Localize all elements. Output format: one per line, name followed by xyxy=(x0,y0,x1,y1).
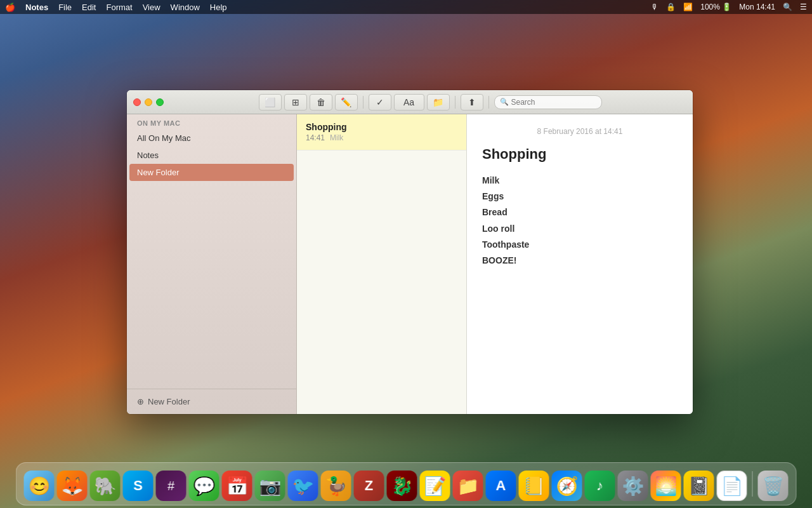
close-button[interactable] xyxy=(133,98,141,106)
dock-icon-twitterrific[interactable]: 🐦 xyxy=(288,471,318,501)
edit-menu[interactable]: Edit xyxy=(82,3,96,12)
dock-icon-adium[interactable]: 🦆 xyxy=(321,471,351,501)
folder-icon: 📁 xyxy=(433,97,443,107)
app-name[interactable]: Notes xyxy=(25,3,48,12)
sidebar-toggle-icon: ⬜ xyxy=(265,97,275,107)
search-box[interactable]: 🔍 xyxy=(494,95,602,109)
search-input[interactable] xyxy=(511,98,596,107)
note-date: 8 February 2016 at 14:41 xyxy=(482,127,678,136)
textedit-icon: 📄 xyxy=(721,476,743,497)
dock-icon-stickies[interactable]: 📝 xyxy=(420,471,450,501)
dock-icon-finder[interactable]: 😊 xyxy=(24,471,55,501)
evernote-icon: 🐘 xyxy=(94,476,116,497)
help-menu[interactable]: Help xyxy=(210,3,227,12)
note-item-title: Shopping xyxy=(306,122,457,132)
note-content: Milk Eggs Bread Loo roll Toothpaste BOOZ… xyxy=(482,173,678,269)
dock-icon-notes2[interactable]: 📓 xyxy=(684,471,714,501)
toolbar-separator-3 xyxy=(488,96,489,109)
menubar-search-icon[interactable]: 🔍 xyxy=(783,3,792,11)
dragon-icon: 🐉 xyxy=(391,476,413,497)
view-menu[interactable]: View xyxy=(143,3,160,12)
photos-icon: 🌅 xyxy=(655,476,677,497)
note-line-6: BOOZE! xyxy=(482,253,678,269)
note-item-time: 14:41 xyxy=(306,133,325,142)
note-line-4: Loo roll xyxy=(482,221,678,237)
sidebar-item-new-folder[interactable]: New Folder xyxy=(129,164,294,181)
spotify-icon: ♪ xyxy=(596,478,603,494)
sidebar: On My Mac All On My Mac Notes New Folder… xyxy=(127,114,297,414)
adium-icon: 🦆 xyxy=(325,476,347,497)
note-editor[interactable]: 8 February 2016 at 14:41 Shopping Milk E… xyxy=(467,114,693,414)
dock-icon-filezilla2[interactable]: 📁 xyxy=(453,471,483,501)
note-line-5: Toothpaste xyxy=(482,237,678,253)
fantastical-icon: 📅 xyxy=(226,476,248,497)
dock-icon-trash[interactable]: 🗑️ xyxy=(758,471,789,501)
dock-icon-notes[interactable]: 📒 xyxy=(519,471,549,501)
dock-icon-dragon[interactable]: 🐉 xyxy=(387,471,417,501)
dock-separator xyxy=(752,471,753,497)
sidebar-item-all-on-my-mac[interactable]: All On My Mac xyxy=(127,130,296,147)
toggle-sidebar-button[interactable]: ⬜ xyxy=(259,94,282,110)
notes-window: ⬜ ⊞ 🗑 ✏️ ✓ Aa 📁 ⬆ xyxy=(127,90,693,414)
format-button[interactable]: Aa xyxy=(394,94,424,110)
dock-icon-photos[interactable]: 🌅 xyxy=(651,471,681,501)
firefox-icon: 🦊 xyxy=(61,476,83,497)
skype-icon: S xyxy=(133,478,143,494)
dock-icon-textedit[interactable]: 📄 xyxy=(717,471,747,501)
menubar-wifi-icon: 📶 xyxy=(683,3,693,11)
dock-icon-skype[interactable]: S xyxy=(123,471,154,501)
traffic-lights xyxy=(133,98,164,106)
menubar-battery: 100% 🔋 xyxy=(700,3,731,11)
menubar-menu-icon[interactable]: ☰ xyxy=(800,3,807,11)
menu-bar: 🍎 Notes File Edit Format View Window Hel… xyxy=(0,0,812,14)
menubar-clock: Mon 14:41 xyxy=(739,3,775,11)
dock-icon-slack[interactable]: # xyxy=(156,471,187,501)
dock-icon-spotify[interactable]: ♪ xyxy=(585,471,615,501)
format-menu[interactable]: Format xyxy=(106,3,132,12)
sidebar-section-header: On My Mac xyxy=(127,114,296,130)
apple-menu[interactable]: 🍎 xyxy=(5,3,15,12)
grid-view-icon: ⊞ xyxy=(292,97,299,107)
notes-list: Shopping 14:41 Milk xyxy=(297,114,467,414)
note-item-meta: 14:41 Milk xyxy=(306,133,457,142)
note-list-item[interactable]: Shopping 14:41 Milk xyxy=(297,114,466,150)
new-folder-button[interactable]: ⊕ New Folder xyxy=(137,397,286,406)
plus-icon: ⊕ xyxy=(137,397,144,406)
messages-icon: 💬 xyxy=(193,476,215,497)
folder-button[interactable]: 📁 xyxy=(427,94,450,110)
toolbar-separator-1 xyxy=(363,96,363,109)
checklist-button[interactable]: ✓ xyxy=(369,94,391,110)
note-item-preview: Milk xyxy=(330,133,343,142)
view-toggle-button[interactable]: ⊞ xyxy=(284,94,307,110)
trash-icon: 🗑️ xyxy=(762,476,784,497)
dock-icon-firefox[interactable]: 🦊 xyxy=(57,471,88,501)
note-line-2: Eggs xyxy=(482,189,678,204)
dock-icon-system-preferences[interactable]: ⚙️ xyxy=(618,471,648,501)
dock-icon-safari[interactable]: 🧭 xyxy=(552,471,582,501)
sidebar-item-notes[interactable]: Notes xyxy=(127,147,296,164)
dock-icon-messages[interactable]: 💬 xyxy=(189,471,219,501)
share-icon: ⬆ xyxy=(468,97,476,107)
sidebar-item-label: New Folder xyxy=(137,168,179,177)
window-menu[interactable]: Window xyxy=(171,3,200,12)
dock-icon-evernote[interactable]: 🐘 xyxy=(90,471,121,501)
window-body: On My Mac All On My Mac Notes New Folder… xyxy=(127,114,693,414)
notes-icon: 📒 xyxy=(523,476,545,497)
toolbar-separator-2 xyxy=(455,96,455,109)
note-line-3: Bread xyxy=(482,204,678,220)
new-note-button[interactable]: ✏️ xyxy=(335,94,358,110)
sidebar-item-label: Notes xyxy=(137,150,159,160)
dock-icon-appstore[interactable]: A xyxy=(486,471,516,501)
dock-icon-filezilla[interactable]: Z xyxy=(354,471,384,501)
minimize-button[interactable] xyxy=(145,98,152,106)
file-menu[interactable]: File xyxy=(58,3,72,12)
filezilla2-icon: 📁 xyxy=(457,476,479,497)
prefs-icon: ⚙️ xyxy=(622,476,644,497)
share-button[interactable]: ⬆ xyxy=(461,94,483,110)
delete-button[interactable]: 🗑 xyxy=(310,94,332,110)
menubar-dictation-icon: 🎙 xyxy=(651,3,658,11)
maximize-button[interactable] xyxy=(156,98,164,106)
dock-icon-fantastical[interactable]: 📅 xyxy=(222,471,252,501)
dock-icon-facetime[interactable]: 📷 xyxy=(255,471,285,501)
stickies-icon: 📝 xyxy=(424,476,446,497)
